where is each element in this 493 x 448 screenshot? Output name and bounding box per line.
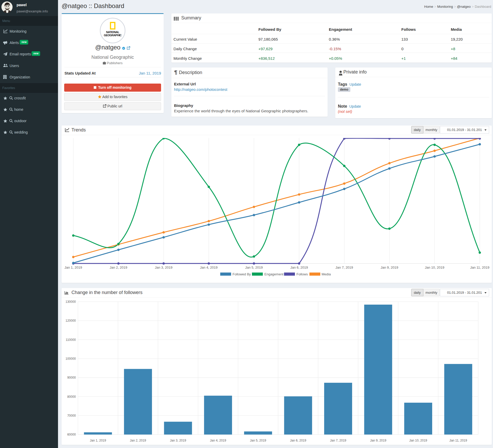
svg-text:Jan 4, 2019: Jan 4, 2019	[210, 439, 226, 442]
svg-text:110000: 110000	[66, 338, 76, 342]
svg-text:Jan 5, 2019: Jan 5, 2019	[245, 266, 263, 269]
svg-text:Jan 11, 2019: Jan 11, 2019	[449, 439, 467, 442]
svg-text:Engagement: Engagement	[264, 272, 284, 276]
svg-text:90000: 90000	[67, 376, 76, 379]
svg-text:Jan 1, 2019: Jan 1, 2019	[64, 266, 82, 269]
svg-text:Jan 7, 2019: Jan 7, 2019	[330, 439, 346, 442]
svg-text:Jan 1, 2019: Jan 1, 2019	[90, 439, 106, 442]
svg-text:130000: 130000	[66, 300, 76, 304]
svg-text:Jan 2, 2019: Jan 2, 2019	[130, 439, 146, 442]
svg-text:Jan 10, 2019: Jan 10, 2019	[409, 439, 427, 442]
svg-text:60000: 60000	[67, 433, 76, 436]
svg-text:70000: 70000	[67, 414, 76, 417]
svg-text:Jan 6, 2019: Jan 6, 2019	[290, 266, 308, 269]
svg-text:80000: 80000	[67, 395, 76, 399]
svg-text:Jan 11, 2019: Jan 11, 2019	[470, 266, 489, 269]
svg-text:Jan 9, 2019: Jan 9, 2019	[370, 439, 386, 442]
svg-text:100000: 100000	[66, 357, 76, 361]
svg-text:Jan 7, 2019: Jan 7, 2019	[336, 266, 353, 269]
svg-text:NATIONAL: NATIONAL	[106, 31, 119, 34]
svg-text:Follows: Follows	[296, 272, 308, 276]
svg-text:120000: 120000	[66, 319, 76, 322]
svg-text:Jan 2, 2019: Jan 2, 2019	[110, 266, 127, 269]
svg-text:GEOGRAPHIC: GEOGRAPHIC	[104, 34, 122, 37]
svg-text:Jan 6, 2019: Jan 6, 2019	[290, 439, 306, 442]
svg-text:Jan 9, 2019: Jan 9, 2019	[381, 266, 398, 269]
svg-text:Jan 3, 2019: Jan 3, 2019	[170, 439, 186, 442]
svg-text:Jan 5, 2019: Jan 5, 2019	[250, 439, 266, 442]
svg-text:Jan 3, 2019: Jan 3, 2019	[155, 266, 172, 269]
svg-text:Media: Media	[322, 272, 331, 276]
svg-text:Jan 10, 2019: Jan 10, 2019	[425, 266, 444, 269]
svg-text:Jan 4, 2019: Jan 4, 2019	[200, 266, 218, 269]
svg-text:Followed By: Followed By	[233, 272, 251, 276]
